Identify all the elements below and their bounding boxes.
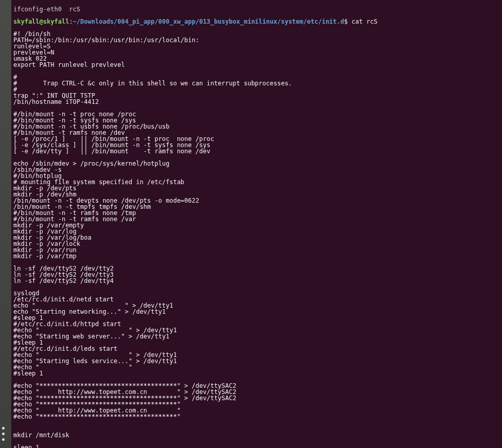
output-line: PATH=/sbin:/bin:/usr/sbin:/usr/bin:/usr/…: [13, 37, 500, 43]
prompt-line: skyfall@skyfall:~/Downloads/004_pi_app/0…: [13, 19, 500, 25]
output-line: # Trap CTRL-C &c only in this shell so w…: [13, 80, 500, 86]
launcher-pip: [2, 433, 5, 435]
output-line: [ -e /dev/tty ] || /bin/mount -t ramfs n…: [13, 148, 500, 154]
prompt-cwd: ~/Downloads/004_pi_app/000_xw_app/013_bu…: [73, 18, 344, 25]
unity-launcher[interactable]: [0, 0, 11, 448]
output-line: mkdir -p /var/log/boa: [13, 235, 500, 241]
prompt-colon: :: [69, 18, 73, 25]
output-line: mkdir -p /var/empty: [13, 222, 500, 228]
output-line: echo "Starting networking..." > /dev/tty…: [13, 309, 500, 315]
output-line: [13, 284, 500, 290]
output-line: #echo " ": [13, 364, 500, 370]
output-line: ln -sf /dev/ttyS2 /dev/tty4: [13, 278, 500, 284]
output-line: /bin/hostname iTOP-4412: [13, 99, 500, 105]
output-line: sleep 1: [13, 444, 500, 448]
typed-command: cat rcS: [348, 18, 378, 25]
output-line: echo /sbin/mdev > /proc/sys/kernel/hotpl…: [13, 160, 500, 167]
output-line: prevlevel=N: [13, 49, 500, 56]
output-line: mkdir -p /var/run: [13, 247, 500, 253]
output-line: mkdir /mnt/disk: [13, 432, 500, 438]
output-line: [13, 68, 500, 74]
terminal-pane[interactable]: ifconfig-eth0 rcS skyfall@skyfall:~/Down…: [11, 0, 502, 448]
output-line: export PATH runlevel prevlevel: [13, 62, 500, 68]
output-line: [13, 420, 500, 426]
output-line: #echo "*********************************…: [13, 414, 500, 420]
launcher-pip: [2, 438, 5, 441]
output-line: mkdir -p /dev/pts: [13, 185, 500, 191]
output-line: # mounting file system specified in /etc…: [13, 179, 500, 185]
previous-command-tail: ifconfig-eth0 rcS: [13, 6, 500, 12]
output-line: #sleep 1: [13, 370, 500, 377]
output-line: #/bin/mount -n -t ramfs none /var: [13, 216, 500, 222]
output-line: /sbin/mdev -s: [13, 167, 500, 173]
output-line: mkdir -p /var/lock: [13, 241, 500, 247]
output-line: mkdir -p /var/tmp: [13, 253, 500, 259]
output-line: #echo "Starting web server..." > /dev/tt…: [13, 333, 500, 339]
prompt-user-host: skyfall@skyfall: [13, 18, 69, 25]
terminal-output: #! /bin/shPATH=/sbin:/bin:/usr/sbin:/usr…: [13, 31, 500, 448]
output-line: runlevel=S: [13, 43, 500, 49]
output-line: [13, 426, 500, 432]
output-line: [13, 438, 500, 444]
launcher-pip: [2, 427, 5, 429]
